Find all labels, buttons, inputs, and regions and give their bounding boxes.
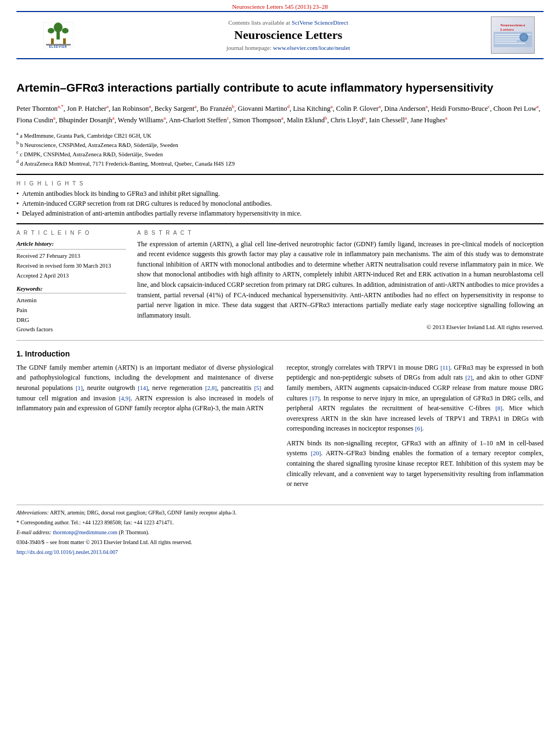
svg-rect-2 (56, 32, 60, 39)
highlight-item-1: • Artemin antibodies block its binding t… (16, 190, 544, 198)
elsevier-logo: ELSEVIER (25, 22, 91, 48)
abstract-text: The expression of artemin (ARTN), a glia… (137, 239, 544, 321)
highlights-section: H I G H L I G H T S • Artemin antibodies… (16, 180, 544, 218)
svg-rect-13 (495, 41, 517, 42)
affiliation-c: c c DMPK, CNSPiMed, AstraZeneca R&D, Söd… (16, 149, 544, 159)
ref-11: [11] (440, 364, 450, 371)
thumb-graphic-icon (494, 32, 532, 47)
bullet-icon-3: • (16, 210, 19, 218)
journal-homepage-line: journal homepage: www.elsevier.com/locat… (91, 44, 485, 51)
keywords-header: Keywords: (16, 285, 126, 293)
doi-link[interactable]: http://dx.doi.org/10.1016/j.neulet.2013.… (16, 549, 118, 555)
affiliations-block: a a MedImmune, Granta Park, Cambridge CB… (16, 131, 544, 168)
svg-rect-14 (495, 43, 525, 44)
article-info-column: A R T I C L E I N F O Article history: R… (16, 230, 126, 335)
contents-list-line: Contents lists available at SciVerse Sci… (91, 19, 485, 26)
issn-line: 0304-3940/$ – see front matter © 2013 El… (16, 538, 544, 546)
ref-1: [1] (76, 384, 83, 391)
doi-line: http://dx.doi.org/10.1016/j.neulet.2013.… (16, 548, 544, 556)
intro-right-para-2: ARTN binds its non-signalling receptor, … (287, 438, 544, 489)
svg-point-4 (62, 28, 69, 33)
divider-after-abstract (16, 340, 544, 341)
journal-title: Neuroscience Letters (91, 28, 485, 42)
ref-5: [5] (254, 384, 261, 391)
page: Neuroscience Letters 545 (2013) 23–28 (0, 0, 560, 741)
abbrev-text: ARTN, artemin; DRG, dorsal root ganglion… (50, 510, 236, 516)
keyword-pain: Pain (16, 306, 126, 315)
ref-8: [8] (495, 405, 502, 411)
ref-2-8: [2,8] (205, 384, 217, 391)
svg-point-3 (48, 28, 54, 33)
intro-section-title: Introduction (25, 349, 70, 358)
abbreviations-line: Abbreviations: ARTN, artemin; DRG, dorsa… (16, 508, 544, 517)
journal-center-info: Contents lists available at SciVerse Sci… (91, 19, 485, 51)
thumb-journal-name: NeuroscienceLetters (500, 23, 525, 32)
ref-6: [6] (415, 425, 422, 432)
homepage-url[interactable]: www.elsevier.com/locate/neulet (273, 44, 350, 51)
email-line: E-mail address: thorntonp@medimmune.com … (16, 528, 544, 536)
abstract-column: A B S T R A C T The expression of artemi… (137, 230, 544, 335)
journal-thumbnail-container: NeuroscienceLetters (485, 16, 535, 54)
elsevier-tree-icon: ELSEVIER (43, 22, 73, 48)
footnotes-area: Abbreviations: ARTN, artemin; DRG, dorsa… (16, 505, 544, 556)
bullet-icon-2: • (16, 200, 19, 208)
intro-section-num: 1. (16, 349, 23, 358)
revised-date: Received in revised form 30 March 2013 (16, 262, 126, 270)
bullet-icon-1: • (16, 190, 19, 198)
svg-rect-6 (63, 38, 66, 44)
journal-header: ELSEVIER Contents lists available at Sci… (16, 11, 544, 59)
received-date: Received 27 February 2013 (16, 252, 126, 261)
journal-reference-bar: Neuroscience Letters 545 (2013) 23–28 (0, 0, 560, 11)
keyword-drg: DRG (16, 315, 126, 325)
corresponding-label: * Corresponding author. Tel.: +44 1223 8… (16, 519, 174, 525)
sciverse-link[interactable]: SciVerse ScienceDirect (292, 19, 348, 26)
ref-20: [20] (311, 450, 321, 456)
journal-ref-text: Neuroscience Letters 545 (2013) 23–28 (232, 3, 328, 10)
elsevier-logo-container: ELSEVIER (25, 22, 91, 48)
highlights-label: H I G H L I G H T S (16, 180, 544, 186)
accepted-date: Accepted 2 April 2013 (16, 271, 126, 280)
svg-point-16 (521, 35, 527, 40)
intro-heading: 1. Introduction (16, 349, 544, 358)
article-history-block: Article history: Received 27 February 20… (16, 239, 126, 280)
introduction-section: 1. Introduction The GDNF family member a… (16, 349, 544, 494)
affiliation-b: b b Neuroscience, CNSPiMed, AstraZeneca … (16, 140, 544, 149)
affiliation-d: d d AstraZeneca R&D Montreal, 7171 Frede… (16, 159, 544, 168)
email-label: E-mail address: (16, 529, 52, 535)
keyword-artemin: Artemin (16, 296, 126, 306)
journal-thumbnail: NeuroscienceLetters (491, 16, 535, 54)
keyword-growth-factors: Growth factors (16, 325, 126, 335)
affiliation-a: a a MedImmune, Granta Park, Cambridge CB… (16, 131, 544, 140)
email-address[interactable]: thorntonp@medimmune.com (53, 529, 117, 535)
ref-4-9: [4,9] (119, 395, 131, 401)
article-info-label: A R T I C L E I N F O (16, 230, 126, 236)
intro-right-para-1: receptor, strongly correlates with TRPV1… (287, 363, 544, 434)
highlight-item-2: • Artemin-induced CGRP secretion from ra… (16, 200, 544, 208)
ref-14: [14] (138, 384, 148, 391)
svg-text:ELSEVIER: ELSEVIER (49, 45, 67, 48)
ref-2: [2] (465, 374, 472, 381)
contents-label: Contents lists available at (228, 19, 290, 26)
highlight-item-3: • Delayed administration of anti-artemin… (16, 210, 544, 218)
abstract-label: A B S T R A C T (137, 230, 544, 236)
svg-point-1 (54, 22, 63, 32)
copyright-text: © 2013 Elsevier Ireland Ltd. All rights … (137, 324, 544, 330)
keywords-block: Keywords: Artemin Pain DRG Growth factor… (16, 285, 126, 334)
intro-body-columns: The GDNF family member artemin (ARTN) is… (16, 363, 544, 494)
article-title: Artemin–GFRα3 interactions partially con… (16, 80, 544, 95)
intro-col-right: receptor, strongly correlates with TRPV1… (287, 363, 544, 494)
intro-col-left: The GDNF family member artemin (ARTN) is… (16, 363, 274, 494)
divider-after-affiliations (16, 174, 544, 175)
history-header: Article history: (16, 239, 126, 250)
corresponding-author-line: * Corresponding author. Tel.: +44 1223 8… (16, 518, 544, 527)
email-person: (P. Thornton). (119, 529, 150, 535)
svg-rect-5 (51, 38, 54, 44)
main-content: Artemin–GFRα3 interactions partially con… (16, 59, 544, 556)
authors-line: Peter Thorntona,*, Jon P. Hatchera, Ian … (16, 103, 544, 126)
intro-left-para: The GDNF family member artemin (ARTN) is… (16, 363, 274, 414)
ref-17: [17] (309, 395, 319, 401)
homepage-label: journal homepage: (227, 44, 271, 51)
abbrev-label: Abbreviations: (16, 510, 49, 516)
divider-after-highlights (16, 223, 544, 224)
article-info-abstract-section: A R T I C L E I N F O Article history: R… (16, 230, 544, 335)
